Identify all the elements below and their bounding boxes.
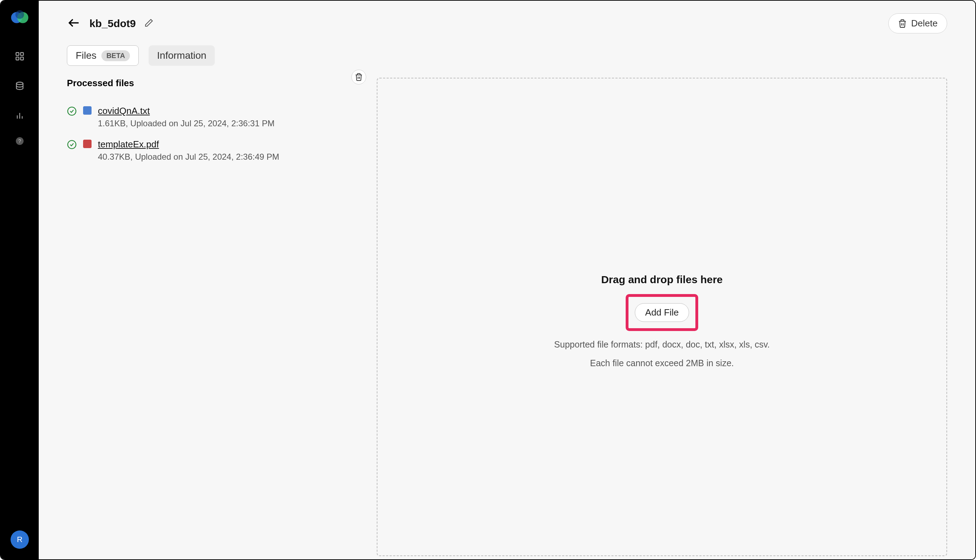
delete-button-label: Delete (911, 18, 938, 29)
analytics-nav-icon[interactable] (12, 108, 27, 123)
svg-rect-4 (20, 53, 23, 56)
svg-rect-6 (20, 57, 23, 60)
tab-files[interactable]: Files BETA (67, 45, 139, 66)
svg-rect-3 (16, 53, 19, 56)
processed-files-title: Processed files (67, 78, 134, 88)
file-item: covidQnA.txt 1.61KB, Uploaded on Jul 25,… (67, 105, 366, 128)
delete-button[interactable]: Delete (888, 13, 947, 33)
webex-logo-icon[interactable] (10, 8, 30, 27)
add-file-highlight: Add File (626, 294, 698, 331)
svg-point-2 (15, 10, 24, 19)
help-icon[interactable]: ? (16, 137, 23, 145)
file-name-link[interactable]: covidQnA.txt (98, 105, 366, 117)
tabs: Files BETA Information (67, 45, 947, 66)
tab-files-label: Files (76, 50, 97, 61)
svg-rect-5 (16, 57, 19, 60)
edit-title-icon[interactable] (144, 18, 154, 29)
drop-zone-title: Drag and drop files here (601, 274, 722, 286)
bulk-delete-icon[interactable] (351, 70, 366, 84)
supported-formats-text: Supported file formats: pdf, docx, doc, … (554, 340, 770, 350)
pdf-file-icon (83, 140, 92, 148)
txt-file-icon (83, 106, 92, 115)
sidebar: ? R (1, 1, 39, 559)
file-drop-zone[interactable]: Drag and drop files here Add File Suppor… (377, 78, 947, 556)
add-file-button[interactable]: Add File (635, 303, 689, 322)
back-button[interactable] (67, 16, 81, 31)
user-avatar[interactable]: R (10, 530, 29, 549)
svg-point-7 (17, 82, 23, 85)
file-meta: 40.37KB, Uploaded on Jul 25, 2024, 2:36:… (98, 152, 366, 162)
file-item: templateEx.pdf 40.37KB, Uploaded on Jul … (67, 139, 366, 162)
file-name-link[interactable]: templateEx.pdf (98, 139, 366, 150)
data-nav-icon[interactable] (12, 78, 27, 93)
content-area: Processed files covidQnA.txt 1.61KB, Upl… (67, 78, 947, 556)
dashboard-nav-icon[interactable] (12, 48, 27, 64)
svg-point-12 (68, 107, 76, 115)
check-circle-icon (67, 140, 77, 150)
page-title: kb_5dot9 (89, 18, 136, 30)
beta-badge: BETA (101, 50, 130, 61)
page-header: kb_5dot9 Delete (67, 13, 947, 33)
tab-information-label: Information (157, 50, 206, 61)
tab-information[interactable]: Information (149, 45, 215, 66)
svg-point-13 (68, 140, 76, 148)
check-circle-icon (67, 106, 77, 116)
main-content: kb_5dot9 Delete Files BETA Information P… (39, 1, 975, 559)
size-limit-text: Each file cannot exceed 2MB in size. (590, 358, 734, 368)
file-meta: 1.61KB, Uploaded on Jul 25, 2024, 2:36:3… (98, 118, 366, 128)
files-column: Processed files covidQnA.txt 1.61KB, Upl… (67, 78, 366, 556)
